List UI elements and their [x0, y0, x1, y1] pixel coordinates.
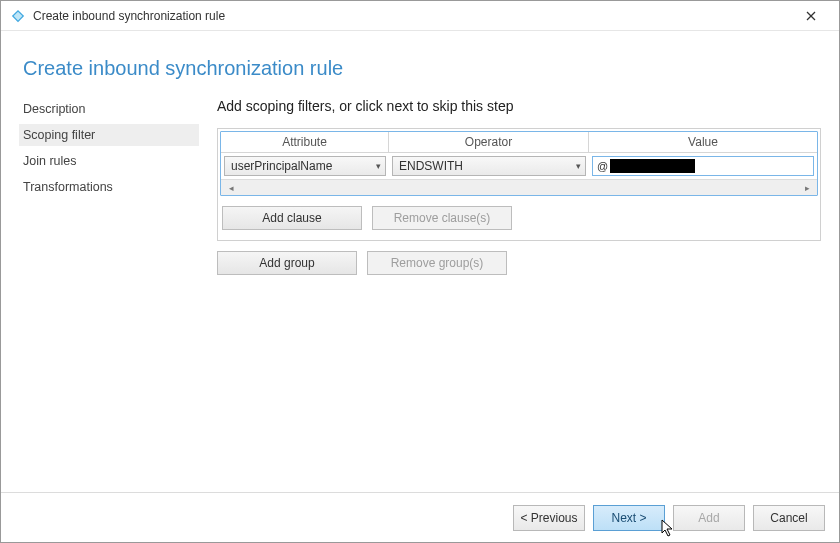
add-clause-button[interactable]: Add clause — [222, 206, 362, 230]
header-attribute: Attribute — [221, 132, 389, 153]
sidebar-item-join-rules[interactable]: Join rules — [19, 150, 199, 172]
clause-grid: Attribute Operator Value userPrincipalNa… — [220, 131, 818, 196]
header-operator: Operator — [389, 132, 589, 153]
remove-clause-button[interactable]: Remove clause(s) — [372, 206, 512, 230]
attribute-dropdown[interactable]: userPrincipalName ▾ — [224, 156, 386, 176]
group-button-row: Add group Remove group(s) — [217, 251, 821, 275]
close-button[interactable] — [791, 2, 831, 30]
footer-button-bar: < Previous Next > Add Cancel — [1, 492, 839, 542]
chevron-down-icon: ▾ — [576, 161, 581, 171]
page-title: Create inbound synchronization rule — [23, 57, 821, 80]
value-input[interactable]: @ — [592, 156, 814, 176]
grid-header-row: Attribute Operator Value — [221, 132, 817, 153]
add-group-button[interactable]: Add group — [217, 251, 357, 275]
app-icon — [11, 9, 25, 23]
clause-button-row: Add clause Remove clause(s) — [220, 206, 818, 230]
value-prefix: @ — [597, 160, 608, 172]
content-row: Description Scoping filter Join rules Tr… — [19, 98, 821, 492]
chevron-down-icon: ▾ — [376, 161, 381, 171]
next-button[interactable]: Next > — [593, 505, 665, 531]
operator-dropdown[interactable]: ENDSWITH ▾ — [392, 156, 586, 176]
scroll-right-arrow-icon[interactable]: ▸ — [800, 182, 814, 194]
sidebar: Description Scoping filter Join rules Tr… — [19, 98, 199, 492]
header-value: Value — [589, 132, 817, 153]
sidebar-item-description[interactable]: Description — [19, 98, 199, 120]
scroll-left-arrow-icon[interactable]: ◂ — [224, 182, 238, 194]
title-bar: Create inbound synchronization rule — [1, 1, 839, 31]
dialog-window: Create inbound synchronization rule Crea… — [0, 0, 840, 543]
cancel-button[interactable]: Cancel — [753, 505, 825, 531]
add-button[interactable]: Add — [673, 505, 745, 531]
instruction-text: Add scoping filters, or click next to sk… — [217, 98, 821, 114]
clause-row: userPrincipalName ▾ ENDSWITH ▾ @ — [221, 153, 817, 179]
operator-selected: ENDSWITH — [399, 159, 463, 173]
main-panel: Add scoping filters, or click next to sk… — [199, 98, 821, 492]
close-icon — [806, 11, 816, 21]
value-redacted — [610, 159, 695, 173]
dialog-body: Create inbound synchronization rule Desc… — [1, 31, 839, 492]
attribute-selected: userPrincipalName — [231, 159, 332, 173]
filter-group-box: Attribute Operator Value userPrincipalNa… — [217, 128, 821, 241]
sidebar-item-scoping-filter[interactable]: Scoping filter — [19, 124, 199, 146]
sidebar-item-transformations[interactable]: Transformations — [19, 176, 199, 198]
window-title: Create inbound synchronization rule — [33, 9, 225, 23]
horizontal-scrollbar[interactable]: ◂ ▸ — [221, 179, 817, 195]
remove-group-button[interactable]: Remove group(s) — [367, 251, 507, 275]
previous-button[interactable]: < Previous — [513, 505, 585, 531]
